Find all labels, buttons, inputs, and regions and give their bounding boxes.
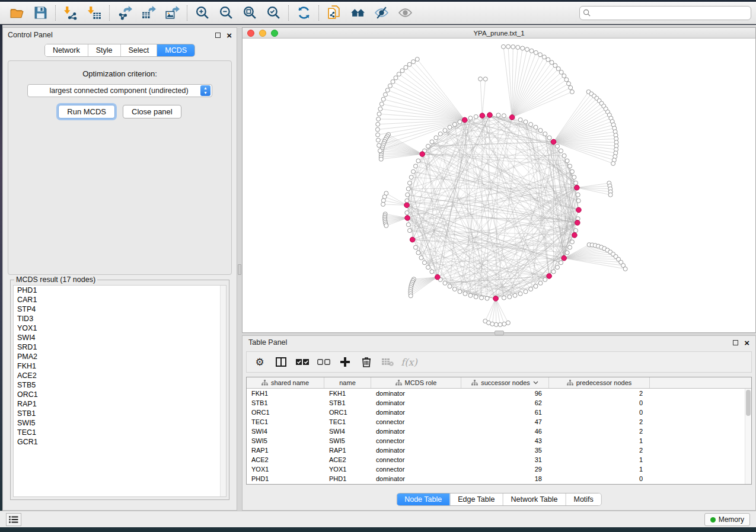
add-column-icon[interactable] [336,353,355,371]
table-row[interactable]: SWI4SWI4dominator462 [247,427,751,436]
table-row[interactable]: PHD1PHD1dominator180 [247,474,751,483]
table-cell: TEC1 [324,417,371,427]
column-header-predecessor-nodes[interactable]: predecessor nodes [549,377,650,388]
column-header-label: successor nodes [481,379,530,386]
network-canvas[interactable] [243,39,755,332]
tab-mcds[interactable]: MCDS [157,44,194,56]
close-panel-icon[interactable]: × [227,33,232,38]
export-network-icon[interactable] [113,4,136,23]
tab-motifs[interactable]: Motifs [565,493,601,505]
mcds-result-item[interactable]: STB5 [14,380,226,390]
table-row[interactable]: ORC1ORC1dominator610 [247,408,751,417]
criterion-dropdown[interactable]: largest connected component (undirected)… [27,84,212,97]
mcds-result-item[interactable]: SRD1 [14,342,226,352]
mcds-result-item[interactable]: FKH1 [14,361,226,371]
table-scrollbar[interactable] [745,389,751,484]
column-type-icon [395,380,402,386]
tab-network-table[interactable]: Network Table [503,493,566,505]
import-table-icon[interactable] [82,4,106,23]
column-header-MCDS-role[interactable]: MCDS role [371,377,461,388]
table-cell: 35 [461,446,549,455]
close-panel-button[interactable]: Close panel [123,105,181,118]
zoom-fit-icon[interactable] [238,4,261,23]
network-title: YPA_prune.txt_1 [243,30,755,37]
tab-style[interactable]: Style [88,44,120,56]
table-row[interactable]: YOX1YOX1connector291 [247,464,751,474]
zoom-in-icon[interactable] [190,4,214,23]
memory-button[interactable]: Memory [704,513,750,526]
vertical-splitter[interactable] [237,27,242,511]
mcds-result-item[interactable]: TEC1 [14,428,226,437]
column-header-shared-name[interactable]: shared name [247,377,324,388]
table-row[interactable]: STB1STB1dominator620 [247,398,751,408]
show-all-icon[interactable] [393,4,417,23]
mcds-result-item[interactable]: PMA2 [14,352,226,361]
node-table-header-row: shared namenameMCDS rolesuccessor nodesp… [247,377,751,389]
float-table-panel-icon[interactable] [733,340,738,345]
mcds-result-item[interactable]: ORC1 [14,390,226,399]
dropdown-spinner-icon: ▲▼ [200,85,210,96]
mcds-result-item[interactable]: SWI5 [14,418,226,428]
mcds-result-item[interactable]: CAR1 [14,295,226,305]
search-input[interactable] [579,6,751,20]
mcds-list-scrollbar[interactable] [220,286,226,496]
select-all-columns-icon[interactable] [293,353,312,371]
unselect-all-columns-icon[interactable] [314,353,333,371]
table-settings-icon[interactable]: ⚙ [250,353,269,371]
tab-network[interactable]: Network [45,44,88,56]
delete-columns-icon[interactable] [357,353,376,371]
float-panel-icon[interactable] [215,33,221,38]
column-header-name[interactable]: name [324,377,371,388]
save-session-icon[interactable] [28,4,52,23]
mcds-result-item[interactable]: SWI4 [14,333,226,342]
zoom-out-icon[interactable] [214,4,238,23]
mcds-result-item[interactable]: STP4 [14,305,226,314]
table-panel-tabs: Node TableEdge TableNetwork TableMotifs [396,493,602,506]
zoom-selected-icon[interactable] [261,4,285,23]
table-cell: connector [371,464,461,474]
table-row[interactable]: ACE2ACE2connector311 [247,455,751,464]
mcds-result-item[interactable]: RAP1 [14,399,226,409]
vertical-splitter-handle[interactable] [238,264,241,275]
mcds-result-item[interactable]: STB1 [14,409,226,418]
table-row[interactable]: FKH1FKH1dominator962 [247,389,751,398]
close-table-panel-icon[interactable]: × [744,340,749,345]
export-image-icon[interactable] [160,4,184,23]
hide-selected-icon[interactable] [369,4,393,23]
table-cell: connector [371,417,461,427]
table-cell: 29 [461,464,549,474]
split-columns-icon[interactable] [272,353,291,371]
column-header-label: MCDS role [405,379,437,386]
task-history-icon[interactable] [6,513,21,526]
mcds-result-list[interactable]: PHD1CAR1STP4TID3YOX1SWI4SRD1PMA2FKH1ACE2… [13,285,227,497]
optimization-criterion-label: Optimization criterion: [8,69,231,78]
tab-select[interactable]: Select [120,44,157,56]
refresh-icon[interactable] [292,4,315,23]
table-row[interactable]: RAP1RAP1dominator352 [247,446,751,455]
export-table-icon[interactable] [136,4,160,23]
table-row[interactable]: SWI5SWI5connector431 [247,436,751,446]
mcds-result-item[interactable]: TID3 [14,314,226,323]
run-mcds-button[interactable]: Run MCDS [58,105,115,118]
mcds-result-item[interactable]: ACE2 [14,371,226,380]
control-panel-header: Control Panel × [3,28,237,42]
mcds-result-item[interactable]: GCR1 [14,437,226,447]
table-panel-title: Table Panel [248,338,287,347]
mcds-result-item[interactable]: YOX1 [14,323,226,333]
table-panel-header: Table Panel × [243,336,755,349]
clone-network-icon[interactable] [322,4,346,23]
app-window: Control Panel × NetworkStyleSelectMCDS O… [0,2,756,527]
table-scrollbar-thumb[interactable] [746,390,751,416]
tab-node-table[interactable]: Node Table [397,493,449,505]
table-cell: ORC1 [247,408,324,417]
table-cell: PHD1 [247,474,324,483]
table-cell: dominator [371,427,461,436]
table-row[interactable]: TEC1TEC1connector472 [247,417,751,427]
column-header-successor-nodes[interactable]: successor nodes [461,377,549,388]
network-home-icon[interactable] [346,4,369,23]
mcds-result-item[interactable]: PHD1 [14,286,226,295]
open-session-icon[interactable] [5,4,28,23]
import-network-icon[interactable] [59,4,82,23]
tab-edge-table[interactable]: Edge Table [449,493,502,505]
horizontal-splitter-handle[interactable] [495,331,504,335]
